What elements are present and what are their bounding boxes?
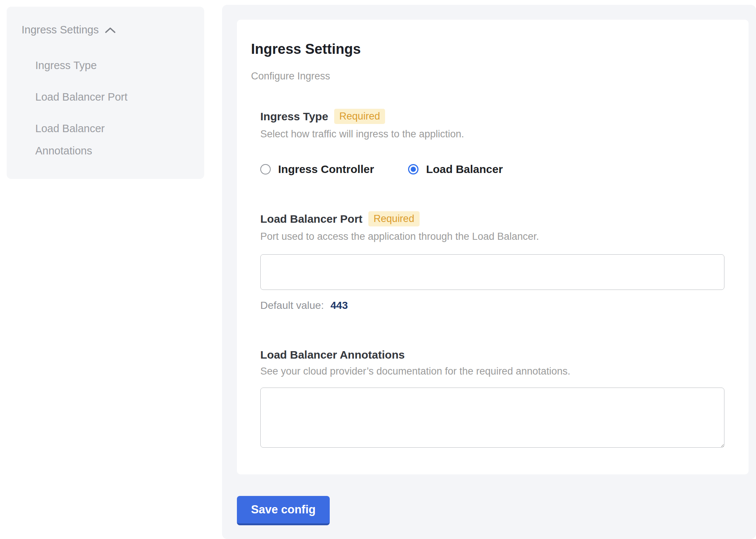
save-config-button[interactable]: Save config [237, 496, 330, 525]
radio-option-ingress-controller[interactable]: Ingress Controller [260, 163, 374, 176]
sidebar-item-list: Ingress Type Load Balancer Port Load Bal… [35, 54, 189, 162]
load-balancer-annotations-textarea[interactable] [260, 388, 724, 448]
section-load-balancer-port: Load Balancer Port Required Port used to… [260, 211, 730, 311]
sidebar-item-load-balancer-port[interactable]: Load Balancer Port [35, 86, 150, 108]
radio-label-load-balancer[interactable]: Load Balancer [426, 163, 503, 176]
chevron-up-icon[interactable] [105, 22, 116, 37]
radio-load-balancer[interactable] [408, 164, 418, 174]
settings-nav-sidebar: Ingress Settings Ingress Type Load Balan… [7, 7, 204, 179]
ingress-type-label: Ingress Type [260, 110, 328, 123]
radio-option-load-balancer[interactable]: Load Balancer [408, 163, 503, 176]
sidebar-item-ingress-type[interactable]: Ingress Type [35, 54, 150, 76]
section-ingress-type: Ingress Type Required Select how traffic… [260, 109, 730, 176]
page-subtitle: Configure Ingress [251, 71, 730, 82]
sidebar-group-ingress-settings[interactable]: Ingress Settings [22, 22, 189, 37]
config-main-panel: Ingress Settings Configure Ingress Ingre… [222, 5, 756, 539]
ingress-settings-card: Ingress Settings Configure Ingress Ingre… [237, 20, 749, 474]
load-balancer-port-help: Port used to access the application thro… [260, 231, 730, 242]
load-balancer-port-label: Load Balancer Port [260, 213, 362, 225]
load-balancer-annotations-label: Load Balancer Annotations [260, 349, 405, 361]
required-badge: Required [368, 211, 420, 226]
sidebar-item-load-balancer-annotations[interactable]: Load Balancer Annotations [35, 117, 150, 162]
radio-ingress-controller[interactable] [260, 164, 271, 174]
ingress-type-radio-group: Ingress Controller Load Balancer [260, 163, 730, 176]
load-balancer-port-input[interactable] [260, 254, 724, 290]
load-balancer-annotations-help: See your cloud provider’s documentation … [260, 366, 730, 377]
section-load-balancer-annotations: Load Balancer Annotations See your cloud… [260, 349, 730, 449]
required-badge: Required [334, 109, 385, 124]
ingress-type-help: Select how traffic will ingress to the a… [260, 128, 730, 140]
default-value-row: Default value: 443 [260, 300, 730, 311]
radio-label-ingress-controller[interactable]: Ingress Controller [278, 163, 374, 176]
sidebar-group-label[interactable]: Ingress Settings [22, 22, 99, 37]
page-title: Ingress Settings [251, 41, 730, 57]
default-value-label: Default value: [260, 300, 324, 311]
default-value: 443 [330, 300, 348, 311]
